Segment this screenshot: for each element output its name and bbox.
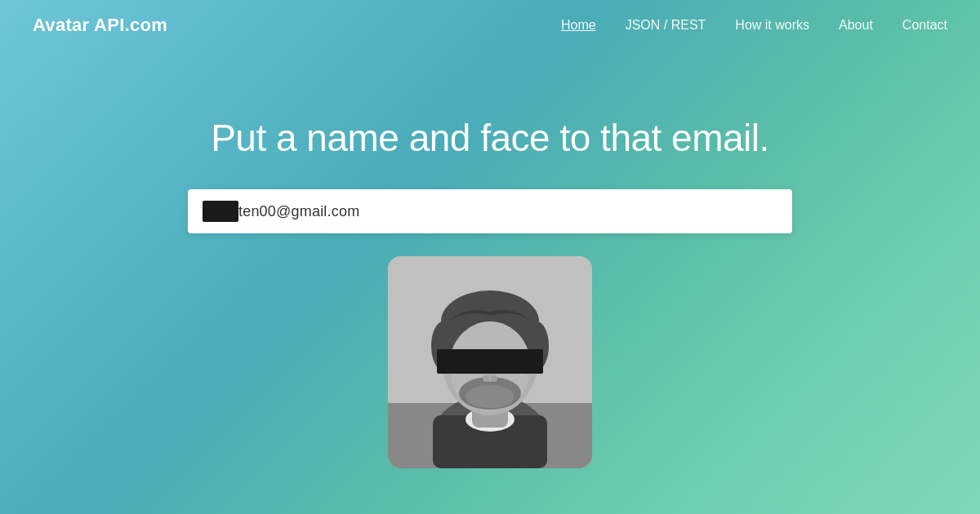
- svg-point-13: [466, 385, 514, 408]
- nav-about[interactable]: About: [839, 18, 873, 33]
- main-nav: Home JSON / REST How it works About Cont…: [561, 18, 947, 33]
- site-logo[interactable]: Avatar API.com: [33, 15, 167, 36]
- nav-contact[interactable]: Contact: [902, 18, 947, 33]
- nav-json-rest[interactable]: JSON / REST: [626, 18, 706, 33]
- avatar-result: [388, 256, 592, 468]
- page-headline: Put a name and face to that email.: [211, 116, 769, 160]
- eye-redaction-bar: [437, 349, 543, 374]
- site-header: Avatar API.com Home JSON / REST How it w…: [0, 0, 980, 51]
- redacted-email-prefix: [203, 201, 238, 222]
- svg-point-15: [483, 375, 489, 382]
- nav-home[interactable]: Home: [561, 18, 596, 33]
- nav-how-it-works[interactable]: How it works: [735, 18, 809, 33]
- email-display-value: ten00@gmail.com: [238, 203, 359, 220]
- svg-point-16: [491, 375, 497, 382]
- main-content: Put a name and face to that email. ten00…: [0, 51, 980, 468]
- email-input-container[interactable]: ten00@gmail.com: [188, 189, 792, 233]
